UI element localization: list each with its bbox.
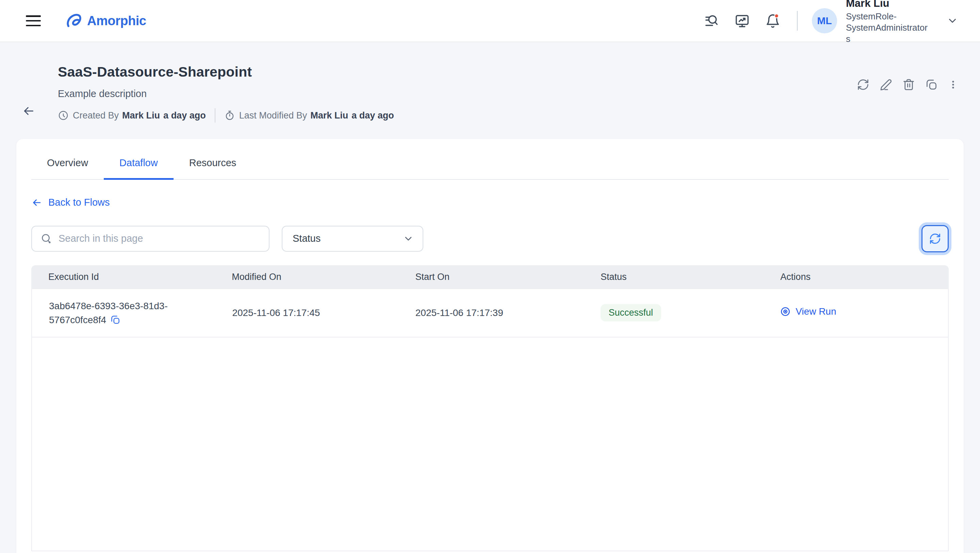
view-run-label: View Run — [795, 306, 836, 317]
notification-dot — [775, 14, 778, 18]
view-run-link[interactable]: View Run — [780, 306, 836, 317]
status-filter-label: Status — [293, 233, 321, 244]
page-title: SaaS-Datasource-Sharepoint — [58, 64, 857, 80]
table-header: Execution Id Modified On Start On Status… — [31, 265, 949, 289]
tab-dataflow[interactable]: Dataflow — [104, 154, 173, 180]
notification-bell-icon[interactable] — [765, 13, 781, 29]
search-input[interactable] — [59, 233, 261, 244]
back-arrow-icon[interactable] — [22, 104, 35, 118]
tab-overview[interactable]: Overview — [31, 154, 104, 180]
stopwatch-icon — [224, 110, 235, 121]
back-arrow-icon — [31, 197, 42, 208]
logo-text: Amorphic — [87, 14, 146, 28]
topbar-divider — [797, 11, 798, 31]
col-execution-id: Execution Id — [31, 272, 215, 282]
header-actions — [857, 64, 958, 123]
col-modified-on: Modified On — [215, 272, 398, 282]
log-search-icon[interactable] — [704, 13, 719, 29]
page-description: Example description — [58, 88, 857, 99]
modified-by-label: Last Modified By — [239, 110, 307, 121]
table-row: 3ab6478e-6393-36e3-81d3-5767c0fce8f4 202… — [32, 289, 948, 338]
user-name: Mark Liu — [846, 0, 931, 10]
modified-by-name: Mark Liu — [310, 110, 348, 121]
search-icon — [40, 233, 52, 245]
status-badge: Successful — [601, 304, 662, 322]
refresh-icon[interactable] — [857, 78, 869, 91]
created-by-label: Created By — [73, 110, 119, 121]
status-filter-select[interactable]: Status — [282, 226, 423, 252]
tabstrip: Overview Dataflow Resources — [31, 139, 949, 180]
back-to-flows-link[interactable]: Back to Flows — [31, 197, 110, 208]
search-box — [31, 226, 269, 252]
refresh-icon — [929, 233, 941, 245]
back-to-flows-label: Back to Flows — [48, 197, 110, 208]
topbar-right: ML Mark Liu SystemRole-SystemAdministrat… — [689, 0, 958, 45]
topbar: Amorphic ML Mark Liu SystemRole-SystemAd… — [0, 0, 980, 42]
table-body: 3ab6478e-6393-36e3-81d3-5767c0fce8f4 202… — [31, 289, 949, 551]
col-status: Status — [584, 272, 763, 282]
clone-icon[interactable] — [925, 78, 938, 91]
monitoring-icon[interactable] — [734, 13, 750, 29]
modified-on: 2025-11-06 17:17:45 — [215, 308, 398, 319]
created-by-name: Mark Liu — [122, 110, 160, 121]
more-options-icon[interactable] — [948, 78, 958, 91]
edit-icon[interactable] — [880, 78, 892, 91]
amorphic-logo-icon — [65, 11, 84, 30]
avatar[interactable]: ML — [812, 8, 837, 33]
page-meta: Created By Mark Liu a day ago Last Modif… — [58, 108, 857, 123]
meta-divider — [215, 108, 215, 123]
refresh-table-button[interactable] — [921, 225, 949, 252]
executions-table: Execution Id Modified On Start On Status… — [31, 265, 949, 551]
view-run-icon — [780, 306, 791, 317]
clock-icon — [58, 110, 69, 121]
controls-row: Status — [31, 225, 949, 252]
created-by-time: a day ago — [163, 110, 206, 121]
start-on: 2025-11-06 17:17:39 — [398, 308, 584, 319]
modified-by-time: a day ago — [352, 110, 394, 121]
col-actions: Actions — [763, 272, 949, 282]
chevron-down-icon[interactable] — [947, 15, 958, 27]
content-card: Overview Dataflow Resources Back to Flow… — [16, 139, 964, 553]
chevron-down-icon — [403, 233, 414, 244]
user-role: SystemRole-SystemAdministrators — [846, 11, 931, 45]
delete-icon[interactable] — [902, 78, 915, 91]
copy-icon[interactable] — [110, 315, 121, 325]
page-header: SaaS-Datasource-Sharepoint Example descr… — [0, 42, 980, 123]
amorphic-logo[interactable]: Amorphic — [65, 11, 146, 30]
menu-hamburger-icon[interactable] — [26, 15, 41, 26]
tab-resources[interactable]: Resources — [173, 154, 252, 180]
user-block[interactable]: Mark Liu SystemRole-SystemAdministrators — [846, 0, 931, 45]
execution-id: 3ab6478e-6393-36e3-81d3-5767c0fce8f4 — [49, 301, 168, 325]
col-start-on: Start On — [398, 272, 584, 282]
